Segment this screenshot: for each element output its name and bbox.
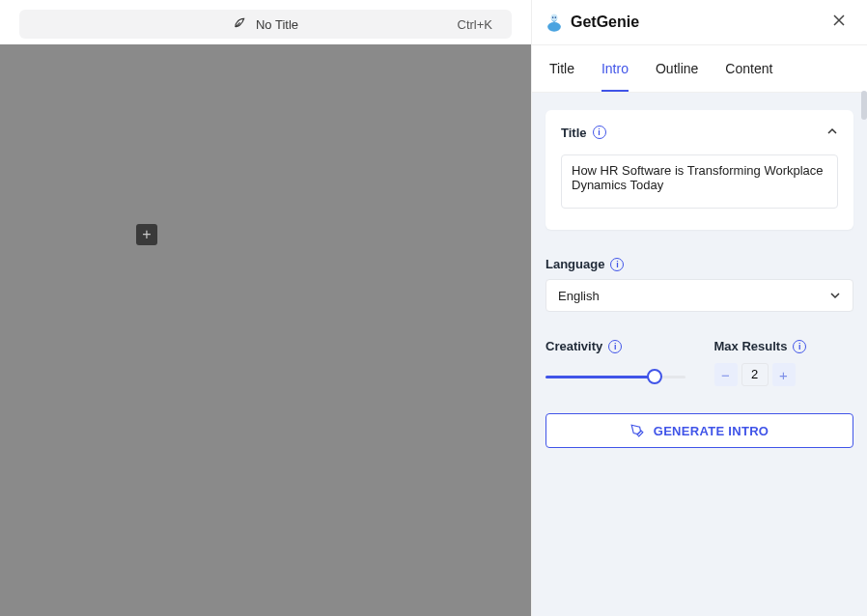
svg-point-3: [555, 16, 557, 18]
scrollbar-thumb[interactable]: [861, 91, 867, 120]
svg-point-0: [547, 22, 561, 32]
tab-content[interactable]: Content: [725, 61, 772, 92]
max-results-label: Max Results: [714, 339, 788, 353]
increment-button[interactable]: +: [772, 363, 796, 386]
info-icon[interactable]: i: [608, 340, 622, 353]
editor-canvas[interactable]: +: [0, 44, 531, 616]
magic-icon: [630, 424, 644, 437]
language-value: English: [558, 289, 600, 303]
max-results-value[interactable]: 2: [741, 363, 769, 386]
generate-intro-label: GENERATE INTRO: [654, 424, 769, 438]
tab-outline[interactable]: Outline: [656, 61, 698, 92]
chevron-down-icon: [829, 290, 841, 301]
tab-title[interactable]: Title: [549, 61, 574, 92]
svg-point-1: [551, 14, 558, 21]
title-input[interactable]: [561, 154, 838, 209]
creativity-label: Creativity: [545, 339, 602, 353]
max-results-stepper: − 2 +: [714, 363, 854, 386]
language-label: Language: [545, 257, 604, 271]
decrement-button[interactable]: −: [714, 363, 738, 386]
info-icon[interactable]: i: [610, 258, 624, 271]
feather-icon: [233, 16, 246, 33]
info-icon[interactable]: i: [793, 340, 806, 353]
title-card: Title i: [545, 110, 853, 230]
tab-intro[interactable]: Intro: [601, 61, 629, 92]
brand-logo: GetGenie: [544, 12, 639, 33]
brand-text: GetGenie: [571, 14, 639, 31]
panel-tabs: Title Intro Outline Content: [532, 45, 867, 93]
add-block-button[interactable]: +: [136, 224, 157, 245]
language-select[interactable]: English: [545, 279, 853, 312]
document-title: No Title: [256, 17, 298, 32]
document-title-bar[interactable]: No Title Ctrl+K: [19, 10, 512, 39]
svg-point-2: [552, 16, 554, 18]
shortcut-label: Ctrl+K: [458, 17, 492, 32]
creativity-slider[interactable]: [545, 365, 685, 388]
generate-intro-button[interactable]: GENERATE INTRO: [545, 413, 853, 448]
info-icon[interactable]: i: [593, 126, 606, 139]
close-icon[interactable]: [828, 12, 850, 33]
title-label: Title: [561, 126, 587, 140]
chevron-up-icon[interactable]: [826, 124, 838, 141]
slider-thumb[interactable]: [647, 369, 662, 384]
getgenie-panel: GetGenie Title Intro Outline Content Tit…: [531, 0, 867, 616]
